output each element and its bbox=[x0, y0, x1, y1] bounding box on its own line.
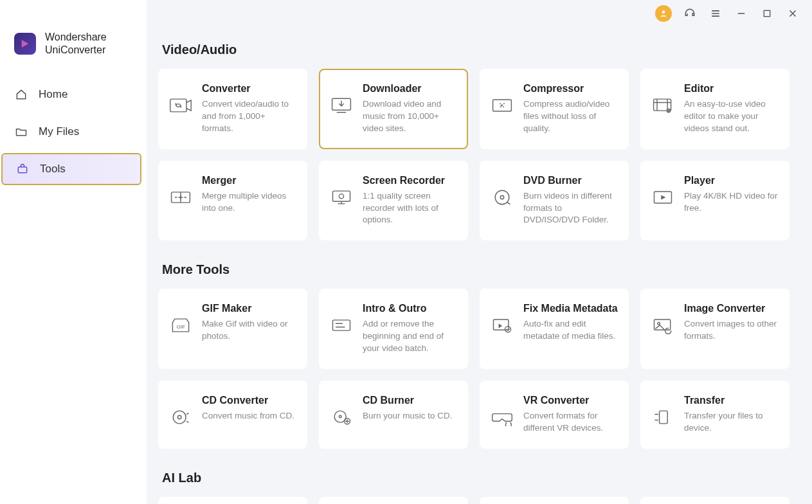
card-desc: Burn videos in different formats to DVD/… bbox=[523, 190, 618, 227]
card-desc: Convert formats for different VR devices… bbox=[523, 410, 618, 435]
svg-rect-3 bbox=[170, 99, 186, 112]
card-cd-burner[interactable]: CD Burner Burn your music to CD. bbox=[319, 381, 468, 449]
card-title: Converter bbox=[202, 83, 297, 94]
card-desc: Burn your music to CD. bbox=[363, 410, 458, 422]
card-desc: Convert images to other formats. bbox=[684, 318, 779, 343]
svg-rect-15 bbox=[333, 320, 350, 330]
card-title: Image Converter bbox=[684, 303, 779, 314]
main-content: Video/Audio Converter Convert video/audi… bbox=[147, 0, 812, 504]
card-downloader[interactable]: Downloader Download video and music from… bbox=[319, 69, 468, 149]
card-intro-outro[interactable]: Intro & Outro Add or remove the beginnin… bbox=[319, 289, 468, 369]
svg-point-23 bbox=[339, 415, 341, 418]
grid-ai-lab: Watermark Editor Smart Trimmer Auto Crop bbox=[158, 497, 797, 504]
card-title: Player bbox=[684, 175, 779, 186]
card-gif-maker[interactable]: GIF GIF Maker Make Gif with video or pho… bbox=[158, 289, 307, 369]
screen-recorder-icon bbox=[329, 185, 354, 210]
brand-text: Wondershare UniConverter bbox=[45, 31, 107, 57]
section-title-ai-lab: AI Lab bbox=[162, 471, 797, 485]
support-button[interactable] bbox=[682, 6, 698, 21]
section-title-video-audio: Video/Audio bbox=[162, 42, 797, 57]
merger-icon bbox=[168, 185, 193, 210]
card-transfer[interactable]: Transfer Transfer your files to device. bbox=[640, 381, 789, 449]
card-screen-recorder[interactable]: Screen Recorder 1:1 quality screen recor… bbox=[319, 161, 468, 241]
card-desc: Merge multiple videos into one. bbox=[202, 190, 297, 215]
card-desc: Add or remove the beginning and end of y… bbox=[363, 318, 458, 355]
cd-converter-icon bbox=[168, 405, 193, 429]
dvd-burner-icon bbox=[490, 185, 514, 210]
svg-rect-2 bbox=[764, 10, 770, 16]
card-image-converter[interactable]: Image Converter Convert images to other … bbox=[640, 289, 789, 369]
card-vr-converter[interactable]: VR Converter Convert formats for differe… bbox=[480, 381, 629, 449]
card-desc: An easy-to-use video editor to make your… bbox=[684, 98, 779, 135]
grid-video-audio: Converter Convert video/audio to and fro… bbox=[158, 69, 797, 240]
toolbox-icon bbox=[15, 162, 30, 176]
card-desc: Transfer your files to device. bbox=[684, 410, 779, 435]
minimize-button[interactable] bbox=[734, 6, 749, 21]
card-desc: Compress audio/video files without loss … bbox=[523, 98, 618, 135]
card-subtitle-editor[interactable]: Subtitle Editor bbox=[640, 497, 789, 504]
card-desc: Make Gif with video or photos. bbox=[202, 318, 297, 343]
grid-more-tools: GIF GIF Maker Make Gif with video or pho… bbox=[158, 289, 797, 448]
card-title: Fix Media Metadata bbox=[523, 303, 618, 314]
brand-line1: Wondershare bbox=[45, 31, 107, 44]
gif-maker-icon: GIF bbox=[168, 313, 193, 338]
card-fix-media-metadata[interactable]: Fix Media Metadata Auto-fix and edit met… bbox=[480, 289, 629, 369]
card-dvd-burner[interactable]: DVD Burner Burn videos in different form… bbox=[480, 161, 629, 241]
user-avatar-button[interactable] bbox=[655, 5, 672, 22]
card-editor[interactable]: Editor An easy-to-use video editor to ma… bbox=[640, 69, 789, 149]
svg-text:GIF: GIF bbox=[177, 324, 186, 330]
card-desc: 1:1 quality screen recorder with lots of… bbox=[363, 190, 458, 227]
svg-point-19 bbox=[658, 323, 660, 325]
sidebar-item-label: My Files bbox=[39, 125, 79, 138]
card-title: Downloader bbox=[363, 83, 458, 94]
svg-point-20 bbox=[173, 411, 186, 424]
card-title: Intro & Outro bbox=[363, 303, 458, 314]
card-title: Editor bbox=[684, 83, 779, 94]
svg-point-1 bbox=[662, 10, 665, 14]
downloader-icon bbox=[329, 93, 354, 118]
card-cd-converter[interactable]: CD Converter Convert music from CD. bbox=[158, 381, 307, 449]
svg-point-21 bbox=[178, 415, 181, 419]
editor-icon bbox=[651, 93, 675, 118]
folder-icon bbox=[14, 125, 28, 139]
sidebar-item-label: Tools bbox=[40, 163, 66, 176]
sidebar-item-label: Home bbox=[39, 88, 68, 101]
card-merger[interactable]: Merger Merge multiple videos into one. bbox=[158, 161, 307, 241]
card-desc: Auto-fix and edit metadate of media file… bbox=[523, 318, 618, 343]
svg-point-12 bbox=[500, 195, 503, 199]
maximize-button[interactable] bbox=[759, 6, 775, 21]
brand-line2: UniConverter bbox=[45, 44, 107, 57]
card-title: Merger bbox=[202, 175, 297, 186]
sidebar-item-tools[interactable]: Tools bbox=[1, 153, 141, 185]
sidebar-item-home[interactable]: Home bbox=[0, 78, 147, 111]
player-icon bbox=[651, 185, 675, 210]
vr-converter-icon bbox=[490, 405, 514, 429]
menu-button[interactable] bbox=[708, 6, 723, 21]
card-title: VR Converter bbox=[523, 395, 618, 406]
card-auto-crop[interactable]: Auto Crop bbox=[480, 497, 629, 504]
card-player[interactable]: Player Play 4K/8K HD video for free. bbox=[640, 161, 789, 241]
converter-icon bbox=[168, 93, 193, 118]
intro-outro-icon bbox=[329, 313, 354, 338]
card-title: Screen Recorder bbox=[363, 175, 458, 186]
svg-rect-25 bbox=[660, 411, 668, 424]
card-compressor[interactable]: Compressor Compress audio/video files wi… bbox=[480, 69, 629, 149]
card-smart-trimmer[interactable]: Smart Trimmer bbox=[319, 497, 468, 504]
svg-rect-9 bbox=[333, 191, 350, 201]
brand-logo bbox=[14, 33, 36, 55]
card-desc: Play 4K/8K HD video for free. bbox=[684, 190, 779, 215]
transfer-icon bbox=[651, 405, 675, 429]
card-watermark-editor[interactable]: Watermark Editor bbox=[158, 497, 307, 504]
sidebar-item-my-files[interactable]: My Files bbox=[0, 116, 147, 148]
cd-burner-icon bbox=[329, 405, 354, 429]
card-desc: Download video and music from 10,000+ vi… bbox=[363, 98, 458, 135]
brand: Wondershare UniConverter bbox=[0, 26, 147, 76]
section-title-more-tools: More Tools bbox=[162, 262, 797, 277]
card-converter[interactable]: Converter Convert video/audio to and fro… bbox=[158, 69, 307, 149]
app-window: Wondershare UniConverter Home My Files bbox=[0, 0, 812, 504]
close-button[interactable] bbox=[785, 6, 800, 21]
svg-point-10 bbox=[339, 194, 343, 198]
card-title: CD Burner bbox=[363, 395, 458, 406]
card-desc: Convert video/audio to and from 1,000+ f… bbox=[202, 98, 297, 135]
card-desc: Convert music from CD. bbox=[202, 410, 297, 422]
